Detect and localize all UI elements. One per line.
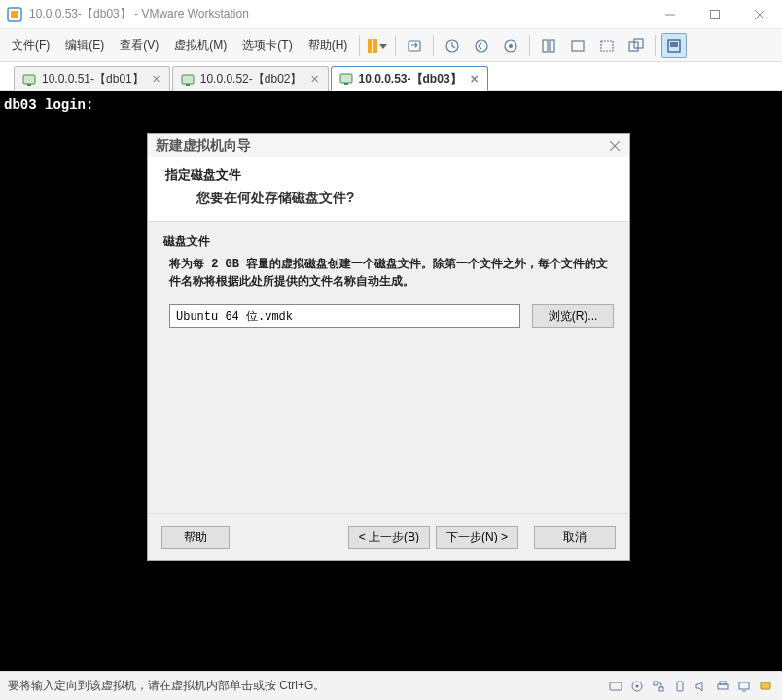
svg-rect-37 [739, 682, 749, 689]
svg-rect-24 [340, 74, 352, 83]
svg-rect-12 [543, 40, 548, 52]
help-button[interactable]: 帮助 [161, 526, 230, 549]
svg-rect-13 [550, 40, 554, 52]
tab-label: 10.0.0.53-【db03】 [359, 71, 462, 88]
separator [655, 35, 656, 56]
snapshot-icon [444, 38, 460, 53]
snapshot-manager-icon [503, 38, 518, 53]
separator [529, 35, 530, 56]
tabbar: 10.0.0.51-【db01】 ✕ 10.0.0.52-【db02】 ✕ 10… [0, 62, 782, 91]
back-button[interactable]: < 上一步(B) [348, 526, 430, 549]
snapshot-take-button[interactable] [440, 33, 465, 58]
tab-close-button[interactable]: ✕ [150, 73, 163, 87]
svg-marker-6 [379, 44, 387, 49]
fit-guest-icon [541, 38, 556, 53]
svg-rect-25 [344, 83, 348, 85]
fit-window-button[interactable] [565, 33, 590, 58]
svg-rect-31 [654, 682, 658, 685]
menu-view[interactable]: 查看(V) [112, 33, 166, 57]
titlebar: 10.0.0.53-【db03】 - VMware Workstation [0, 0, 782, 29]
terminal[interactable]: db03 login: 新建虚拟机向导 指定磁盘文件 您要在何处存储磁盘文件? … [0, 91, 782, 671]
tab-close-button[interactable]: ✕ [308, 73, 322, 87]
menu-vm[interactable]: 虚拟机(M) [166, 33, 234, 57]
disk-file-description: 将为每 2 GB 容量的虚拟磁盘创建一个磁盘文件。除第一个文件之外，每个文件的文… [163, 256, 614, 291]
maximize-button[interactable] [693, 0, 737, 29]
wizard-header: 指定磁盘文件 您要在何处存储磁盘文件? [148, 158, 629, 222]
menu-file[interactable]: 文件(F) [4, 33, 57, 57]
menubar: 文件(F) 编辑(E) 查看(V) 虚拟机(M) 选项卡(T) 帮助(H) [0, 29, 782, 62]
statusbar: 要将输入定向到该虚拟机，请在虚拟机内部单击或按 Ctrl+G。 [0, 671, 782, 700]
svg-point-30 [636, 684, 639, 687]
dropdown-icon [379, 42, 387, 50]
cancel-button[interactable]: 取消 [534, 526, 616, 549]
disk-file-label: 磁盘文件 [163, 233, 614, 250]
network-icon[interactable] [650, 678, 667, 695]
svg-rect-19 [670, 42, 678, 47]
menu-help[interactable]: 帮助(H) [301, 33, 356, 57]
disk-filename-input[interactable] [169, 304, 520, 328]
tab-db02[interactable]: 10.0.0.52-【db02】 ✕ [172, 66, 329, 91]
wizard-footer: 帮助 < 上一步(B) 下一步(N) > 取消 [148, 513, 629, 560]
fit-guest-button[interactable] [536, 33, 561, 58]
vm-icon [181, 73, 195, 87]
window-title: 10.0.0.53-【db03】 - VMware Workstation [29, 6, 249, 22]
printer-icon[interactable] [714, 678, 731, 695]
snapshot-revert-button[interactable] [469, 33, 494, 58]
tab-label: 10.0.0.51-【db01】 [42, 71, 144, 88]
terminal-line: db03 login: [4, 97, 778, 113]
message-icon[interactable] [757, 678, 774, 695]
browse-button[interactable]: 浏览(R)... [532, 304, 614, 328]
svg-rect-1 [11, 11, 18, 18]
tab-db03[interactable]: 10.0.0.53-【db03】 ✕ [331, 66, 488, 91]
tab-close-button[interactable]: ✕ [468, 72, 481, 86]
svg-rect-7 [409, 41, 420, 51]
minimize-button[interactable] [648, 0, 693, 29]
window-controls [648, 0, 782, 29]
next-button[interactable]: 下一步(N) > [436, 526, 518, 549]
pause-icon [368, 39, 377, 52]
svg-rect-35 [718, 684, 728, 689]
separator [359, 35, 360, 56]
wizard-heading: 指定磁盘文件 [165, 167, 612, 184]
disk-icon[interactable] [607, 678, 624, 695]
sound-icon[interactable] [693, 678, 710, 695]
svg-rect-33 [677, 682, 683, 691]
new-vm-wizard-dialog: 新建虚拟机向导 指定磁盘文件 您要在何处存储磁盘文件? 磁盘文件 将为每 2 G… [147, 133, 630, 561]
send-ctrl-alt-del-button[interactable] [402, 33, 427, 58]
thumbnail-icon [666, 38, 682, 53]
vm-icon [339, 72, 353, 86]
unity-button[interactable] [623, 33, 649, 58]
power-button[interactable] [364, 33, 391, 58]
display-icon[interactable] [735, 678, 753, 695]
thumbnail-button[interactable] [661, 33, 687, 58]
cd-icon[interactable] [628, 678, 646, 695]
close-button[interactable] [737, 0, 782, 29]
svg-rect-28 [610, 682, 622, 690]
svg-rect-22 [182, 75, 194, 84]
separator [433, 35, 434, 56]
send-icon [407, 38, 422, 53]
svg-rect-3 [711, 10, 720, 18]
status-message: 要将输入定向到该虚拟机，请在虚拟机内部单击或按 Ctrl+G。 [8, 678, 325, 694]
fit-window-icon [570, 38, 586, 53]
svg-rect-23 [186, 84, 190, 86]
menu-tabs[interactable]: 选项卡(T) [234, 33, 300, 57]
fullscreen-icon [599, 38, 615, 53]
wizard-close-button[interactable] [606, 137, 623, 155]
app-icon [6, 6, 23, 23]
fullscreen-button[interactable] [594, 33, 620, 58]
svg-rect-15 [601, 41, 613, 51]
wizard-subheading: 您要在何处存储磁盘文件? [196, 190, 612, 207]
svg-rect-21 [27, 84, 31, 86]
tab-db01[interactable]: 10.0.0.51-【db01】 ✕ [14, 66, 170, 91]
svg-rect-14 [572, 41, 584, 51]
usb-icon[interactable] [671, 678, 689, 695]
snapshot-revert-icon [474, 38, 489, 53]
svg-point-11 [509, 44, 513, 48]
status-icons [607, 678, 774, 695]
wizard-body: 磁盘文件 将为每 2 GB 容量的虚拟磁盘创建一个磁盘文件。除第一个文件之外，每… [148, 222, 629, 513]
tab-label: 10.0.0.52-【db02】 [200, 71, 302, 88]
snapshot-manager-button[interactable] [498, 33, 523, 58]
svg-marker-34 [696, 682, 702, 691]
menu-edit[interactable]: 编辑(E) [57, 33, 112, 57]
